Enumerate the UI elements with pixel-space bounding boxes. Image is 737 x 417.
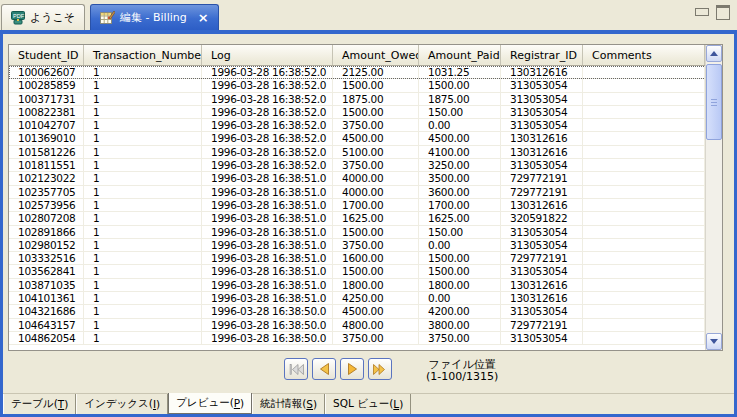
table-cell[interactable]: 729772191 bbox=[501, 172, 583, 185]
table-cell[interactable]: 1 bbox=[84, 106, 202, 119]
table-cell[interactable]: 3750.00 bbox=[333, 239, 419, 252]
first-page-button[interactable] bbox=[284, 358, 308, 380]
bottom-tab-index[interactable]: インデックス(I) bbox=[76, 394, 168, 414]
column-header-comments[interactable]: Comments bbox=[583, 45, 705, 65]
table-cell[interactable]: 130312616 bbox=[501, 132, 583, 145]
table-row[interactable]: 10136901011996-03-28 16:38:52.04500.0045… bbox=[9, 132, 722, 145]
table-cell[interactable] bbox=[583, 292, 705, 305]
table-cell[interactable]: 1996-03-28 16:38:51.0 bbox=[202, 239, 333, 252]
table-cell[interactable]: 150.00 bbox=[419, 106, 501, 119]
table-cell[interactable]: 1996-03-28 16:38:52.0 bbox=[202, 119, 333, 132]
table-cell[interactable]: 313053054 bbox=[501, 332, 583, 345]
table-cell[interactable]: 102573956 bbox=[9, 199, 84, 212]
table-cell[interactable]: 4500.00 bbox=[333, 305, 419, 318]
next-page-button[interactable] bbox=[340, 358, 364, 380]
table-cell[interactable]: 1996-03-28 16:38:51.0 bbox=[202, 252, 333, 265]
table-cell[interactable]: 1 bbox=[84, 305, 202, 318]
table-cell[interactable]: 313053054 bbox=[501, 79, 583, 92]
table-cell[interactable]: 100371731 bbox=[9, 93, 84, 106]
table-cell[interactable]: 1996-03-28 16:38:52.0 bbox=[202, 146, 333, 159]
table-cell[interactable]: 1 bbox=[84, 186, 202, 199]
last-page-button[interactable] bbox=[368, 358, 392, 380]
table-cell[interactable]: 1 bbox=[84, 172, 202, 185]
table-cell[interactable]: 313053054 bbox=[501, 106, 583, 119]
table-cell[interactable]: 102123022 bbox=[9, 172, 84, 185]
table-cell[interactable]: 1 bbox=[84, 93, 202, 106]
table-cell[interactable]: 1500.00 bbox=[333, 265, 419, 278]
table-row[interactable]: 10257395611996-03-28 16:38:51.01700.0017… bbox=[9, 199, 722, 212]
bottom-tab-preview[interactable]: プレビュー(P) bbox=[168, 393, 252, 414]
table-row[interactable]: 10486205411996-03-28 16:38:50.03750.0037… bbox=[9, 332, 722, 345]
table-cell[interactable]: 729772191 bbox=[501, 186, 583, 199]
table-row[interactable]: 10432168611996-03-28 16:38:50.04500.0042… bbox=[9, 305, 722, 318]
table-cell[interactable]: 102357705 bbox=[9, 186, 84, 199]
table-row[interactable]: 10104270711996-03-28 16:38:52.03750.000.… bbox=[9, 119, 722, 132]
column-header-transaction_number[interactable]: Transaction_Number bbox=[84, 45, 202, 65]
table-cell[interactable]: 1 bbox=[84, 212, 202, 225]
table-cell[interactable]: 2125.00 bbox=[333, 66, 419, 79]
table-cell[interactable]: 1996-03-28 16:38:51.0 bbox=[202, 172, 333, 185]
table-cell[interactable]: 1500.00 bbox=[333, 79, 419, 92]
table-cell[interactable]: 313053054 bbox=[501, 159, 583, 172]
table-cell[interactable]: 3750.00 bbox=[419, 332, 501, 345]
table-cell[interactable]: 102807208 bbox=[9, 212, 84, 225]
table-cell[interactable]: 1996-03-28 16:38:50.0 bbox=[202, 319, 333, 332]
table-cell[interactable]: 101811551 bbox=[9, 159, 84, 172]
table-cell[interactable]: 1625.00 bbox=[333, 212, 419, 225]
table-row[interactable]: 10006260711996-03-28 16:38:52.02125.0010… bbox=[9, 66, 722, 79]
table-cell[interactable]: 1 bbox=[84, 319, 202, 332]
table-cell[interactable]: 100062607 bbox=[9, 66, 84, 79]
table-cell[interactable]: 3750.00 bbox=[333, 119, 419, 132]
table-cell[interactable] bbox=[583, 305, 705, 318]
column-header-student_id[interactable]: Student_ID bbox=[9, 45, 84, 65]
table-row[interactable]: 10356284111996-03-28 16:38:51.01500.0015… bbox=[9, 265, 722, 278]
table-cell[interactable]: 103562841 bbox=[9, 265, 84, 278]
table-cell[interactable]: 1 bbox=[84, 66, 202, 79]
table-cell[interactable]: 0.00 bbox=[419, 119, 501, 132]
table-cell[interactable] bbox=[583, 212, 705, 225]
table-cell[interactable]: 4500.00 bbox=[419, 132, 501, 145]
table-cell[interactable]: 1996-03-28 16:38:51.0 bbox=[202, 279, 333, 292]
table-cell[interactable]: 1 bbox=[84, 146, 202, 159]
table-cell[interactable]: 729772191 bbox=[501, 319, 583, 332]
vertical-scrollbar[interactable] bbox=[705, 45, 722, 350]
table-cell[interactable]: 1875.00 bbox=[333, 93, 419, 106]
table-cell[interactable]: 1 bbox=[84, 159, 202, 172]
table-cell[interactable]: 1996-03-28 16:38:52.0 bbox=[202, 79, 333, 92]
table-cell[interactable]: 4000.00 bbox=[333, 172, 419, 185]
table-cell[interactable]: 130312616 bbox=[501, 292, 583, 305]
table-cell[interactable]: 1500.00 bbox=[419, 79, 501, 92]
table-cell[interactable]: 5100.00 bbox=[333, 146, 419, 159]
table-cell[interactable]: 313053054 bbox=[501, 226, 583, 239]
table-cell[interactable]: 3800.00 bbox=[419, 319, 501, 332]
table-cell[interactable]: 1996-03-28 16:38:51.0 bbox=[202, 265, 333, 278]
table-cell[interactable]: 1 bbox=[84, 199, 202, 212]
bottom-tab-table[interactable]: テーブル(T) bbox=[3, 394, 76, 414]
table-cell[interactable]: 1996-03-28 16:38:51.0 bbox=[202, 186, 333, 199]
table-cell[interactable]: 1 bbox=[84, 279, 202, 292]
table-cell[interactable]: 1 bbox=[84, 132, 202, 145]
bottom-tab-sql-view[interactable]: SQL ビュー(L) bbox=[325, 394, 411, 414]
table-cell[interactable]: 1996-03-28 16:38:52.0 bbox=[202, 106, 333, 119]
table-row[interactable]: 10212302211996-03-28 16:38:51.04000.0035… bbox=[9, 172, 722, 185]
table-cell[interactable] bbox=[583, 66, 705, 79]
table-cell[interactable]: 3750.00 bbox=[333, 332, 419, 345]
table-cell[interactable]: 4000.00 bbox=[333, 186, 419, 199]
table-cell[interactable]: 130312616 bbox=[501, 279, 583, 292]
table-cell[interactable]: 1 bbox=[84, 239, 202, 252]
table-cell[interactable]: 4100.00 bbox=[419, 146, 501, 159]
table-cell[interactable]: 103332516 bbox=[9, 252, 84, 265]
table-cell[interactable]: 1800.00 bbox=[419, 279, 501, 292]
table-cell[interactable] bbox=[583, 186, 705, 199]
column-header-amount_owed[interactable]: Amount_Owed bbox=[333, 45, 419, 65]
table-cell[interactable]: 104321686 bbox=[9, 305, 84, 318]
table-cell[interactable]: 313053054 bbox=[501, 93, 583, 106]
table-row[interactable]: 10333251611996-03-28 16:38:51.01600.0015… bbox=[9, 252, 722, 265]
table-cell[interactable]: 1500.00 bbox=[419, 265, 501, 278]
table-cell[interactable]: 104862054 bbox=[9, 332, 84, 345]
table-cell[interactable]: 1 bbox=[84, 119, 202, 132]
minimize-icon[interactable] bbox=[695, 8, 709, 16]
table-cell[interactable]: 104101361 bbox=[9, 292, 84, 305]
table-cell[interactable]: 104643157 bbox=[9, 319, 84, 332]
table-cell[interactable] bbox=[583, 132, 705, 145]
